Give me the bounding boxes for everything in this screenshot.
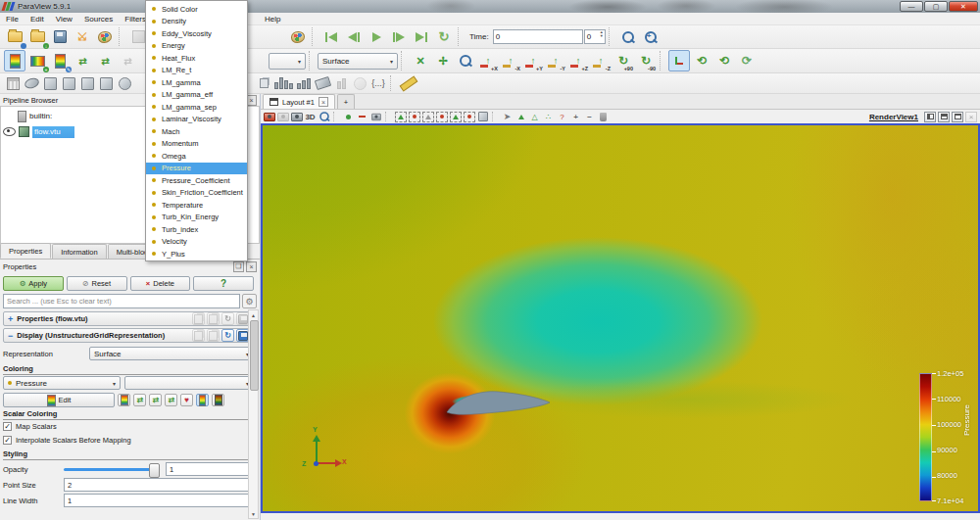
undock-properties-icon[interactable]: ❏ (233, 261, 244, 272)
add-layout-tab[interactable]: + (337, 94, 355, 109)
export-scene-button[interactable] (263, 111, 275, 122)
set-view-direction-button[interactable]: ↑ -Z (590, 50, 612, 71)
pick-rotation-center-button[interactable]: ⟳ (736, 50, 758, 71)
calculator-filter-button[interactable] (4, 74, 22, 92)
rescale-data-small-button[interactable]: ⇄ (133, 394, 146, 406)
plot-over-time-button[interactable] (295, 74, 313, 92)
glyph-filter-button[interactable] (116, 74, 133, 92)
copy-properties-button[interactable] (192, 312, 205, 325)
reset-camera-button[interactable]: ✕ (410, 50, 431, 71)
edit-color-map-small-button[interactable]: Edit (3, 393, 115, 407)
minimize-button[interactable]: — (900, 1, 923, 12)
map-scalars-checkbox[interactable]: ✓ (3, 422, 12, 431)
zoom-to-data-button[interactable] (617, 26, 639, 48)
hover-cells-button[interactable]: △ (528, 111, 541, 122)
rescale-visible-small-button[interactable]: ⇄ (165, 394, 177, 406)
expand-icon[interactable]: + (8, 314, 13, 324)
previous-frame-button[interactable] (343, 26, 365, 48)
color-palette-button[interactable] (287, 26, 309, 48)
set-rotation-center-button[interactable]: ⟲ (691, 50, 712, 71)
interpolate-checkbox[interactable]: ✓ (3, 436, 12, 445)
select-block-button[interactable] (476, 111, 489, 122)
dropdown-menu-item[interactable]: Turb_Kin_Energy (146, 212, 247, 224)
load-palette-button[interactable] (94, 26, 116, 48)
last-frame-button[interactable] (411, 26, 432, 48)
select-cells-on-button[interactable] (342, 111, 355, 122)
show-scalar-bar-button[interactable] (196, 394, 209, 406)
contour-filter-button[interactable] (23, 74, 40, 92)
section-properties-flow[interactable]: + Properties (flow.vtu) ↻ (3, 311, 254, 326)
section-display[interactable]: − Display (UnstructuredGridRepresentatio… (3, 328, 254, 343)
maximize-button[interactable]: ▢ (924, 1, 948, 12)
dropdown-menu-item[interactable]: Turb_index (146, 223, 247, 236)
rotate-view-button[interactable]: ↻ +90 (612, 50, 634, 71)
color-array-combo[interactable]: Pressure▾ (3, 376, 121, 390)
dropdown-menu-item[interactable]: Y_Plus (146, 248, 247, 260)
properties-scrollbar[interactable]: ▲ ▼ (248, 309, 259, 519)
search-input[interactable]: Search ... (use Esc to clear text) (3, 294, 240, 308)
choose-preset-button[interactable]: ✎ (49, 50, 71, 71)
zoom-closest-button[interactable] (640, 26, 662, 48)
time-value-input[interactable]: 0 (493, 29, 583, 44)
close-view-button[interactable]: × (965, 112, 977, 122)
representation-combo[interactable]: Surface▾ (318, 53, 398, 70)
dropdown-menu-item[interactable]: Laminar_Viscosity (146, 114, 247, 126)
selection-query-button[interactable]: ? (556, 111, 568, 122)
dropdown-menu-item[interactable]: LM_gamma_sep (146, 101, 247, 114)
help-button[interactable]: ? (193, 276, 254, 291)
dropdown-menu-item[interactable]: Momentum (146, 138, 247, 151)
plot-selection-button[interactable] (332, 74, 350, 92)
rescale-to-temporal-range-button[interactable]: ⇄ (117, 50, 138, 71)
dropdown-menu-item[interactable]: LM_gamma_eff (146, 89, 247, 102)
view-title[interactable]: RenderView1 (869, 113, 918, 121)
slider-handle[interactable] (149, 463, 160, 478)
toggle-color-legend-button[interactable] (4, 50, 25, 71)
scrollbar-thumb[interactable] (250, 320, 259, 391)
set-view-direction-button[interactable]: ↑ -Y (545, 50, 566, 71)
dropdown-menu-item[interactable]: Energy (146, 40, 247, 53)
zoom-to-data-camera-button[interactable]: ✢ (432, 50, 454, 71)
color-component-combo[interactable]: ▾ (124, 376, 254, 390)
dropdown-menu-item[interactable]: Omega (146, 150, 247, 163)
split-vertical-button[interactable] (938, 112, 950, 122)
set-view-direction-button[interactable]: ↑ +Z (567, 50, 589, 71)
rescale-to-custom-range-button[interactable]: ⇄ (94, 50, 116, 71)
search-options-button[interactable]: ⚙ (242, 294, 257, 308)
edit-scalar-bar-button[interactable] (212, 394, 224, 406)
select-cells-rect-button[interactable] (394, 111, 407, 122)
dropdown-menu-item[interactable]: Temperature (146, 199, 247, 212)
color-legend[interactable]: 1.2e+0511000010000090000800007.1e+04 Pre… (917, 369, 976, 508)
dropdown-menu-item[interactable]: Pressure (146, 163, 247, 175)
scroll-down-icon[interactable]: ▼ (249, 509, 258, 518)
select-points-on-button[interactable] (356, 111, 368, 122)
menu-item[interactable]: File (0, 15, 24, 24)
show-orientation-axes-button[interactable] (668, 50, 690, 71)
panel-tab[interactable]: Information (52, 244, 107, 259)
reset-session-button[interactable]: ⤩ (72, 26, 93, 48)
programmable-filter-button[interactable]: {...} (369, 74, 387, 92)
close-button[interactable]: ✕ (949, 1, 978, 12)
layout-tab[interactable]: Layout #1 × (263, 94, 335, 109)
dropdown-menu-item[interactable]: Eddy_Viscosity (146, 27, 247, 40)
clip-filter-button[interactable] (41, 74, 59, 92)
stream-tracer-button[interactable] (351, 74, 368, 92)
choose-preset-small-button[interactable] (118, 394, 130, 406)
plot-over-line-button[interactable] (314, 74, 331, 92)
spin-down-icon[interactable]: ▼ (600, 34, 604, 38)
dropdown-menu-item[interactable]: Skin_Friction_Coefficient (146, 187, 247, 200)
maximize-view-button[interactable] (952, 112, 963, 122)
dropdown-menu-item[interactable]: LM_Re_t (146, 65, 247, 77)
ruler-button[interactable] (399, 74, 418, 92)
dropdown-menu-item[interactable]: Heat_Flux (146, 52, 247, 65)
interactive-select-cells-button[interactable]: ➤ (501, 111, 514, 122)
visibility-eye-icon[interactable] (3, 127, 16, 136)
menu-item[interactable]: Edit (24, 15, 50, 24)
interactive-select-points-button[interactable] (514, 111, 527, 122)
rescale-to-data-range-button[interactable]: ⇄ (72, 50, 93, 71)
scroll-up-icon[interactable]: ▲ (249, 310, 258, 319)
set-view-direction-button[interactable]: ↑ +Y (522, 50, 544, 71)
render-viewport[interactable]: Y X Z 1.2e+0511000010000090000800007.1e+… (261, 123, 980, 513)
adjust-camera-button[interactable] (318, 111, 330, 122)
select-frustum-button[interactable] (369, 111, 382, 122)
loop-button[interactable]: ↻ (433, 26, 455, 48)
